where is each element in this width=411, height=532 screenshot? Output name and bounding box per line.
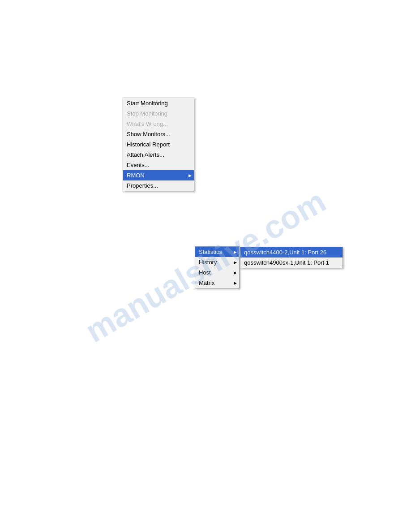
menu-item-properties[interactable]: Properties... [123, 180, 194, 191]
menu-item-rmon[interactable]: RMON Statistics qosswitch4400-2,Unit 1: … [123, 170, 194, 180]
menu-item-stop-monitoring: Stop Monitoring [123, 108, 194, 119]
statistics-submenu: qosswitch4400-2,Unit 1: Port 26 qosswitc… [240, 247, 343, 268]
menu-item-start-monitoring[interactable]: Start Monitoring [123, 98, 194, 108]
submenu-item-history[interactable]: History [195, 257, 239, 267]
submenu-item-port-1[interactable]: qosswitch4900sx-1,Unit 1: Port 1 [240, 257, 342, 268]
submenu-item-statistics[interactable]: Statistics qosswitch4400-2,Unit 1: Port … [195, 247, 239, 257]
rmon-submenu: Statistics qosswitch4400-2,Unit 1: Port … [195, 246, 240, 288]
primary-menu: Start Monitoring Stop Monitoring What's … [123, 98, 194, 191]
submenu-item-host[interactable]: Host [195, 267, 239, 278]
submenu-item-matrix[interactable]: Matrix [195, 278, 239, 288]
menu-item-whats-wrong: What's Wrong... [123, 119, 194, 129]
context-menu: Start Monitoring Stop Monitoring What's … [123, 98, 194, 191]
menu-item-attach-alerts[interactable]: Attach Alerts... [123, 150, 194, 160]
menu-item-show-monitors[interactable]: Show Monitors... [123, 129, 194, 139]
submenu-item-port-26[interactable]: qosswitch4400-2,Unit 1: Port 26 [240, 247, 342, 257]
menu-item-events[interactable]: Events... [123, 160, 194, 170]
menu-item-historical-report[interactable]: Historical Report [123, 139, 194, 150]
